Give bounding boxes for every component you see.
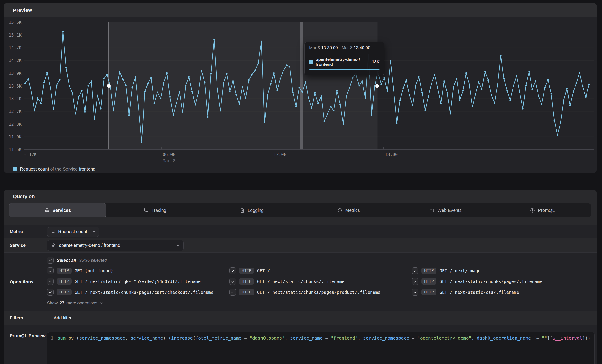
query-panel: Query on Services Tracing Logging Metric…: [4, 190, 597, 364]
y-axis-label: 14.7K: [6, 45, 22, 50]
operation-checkbox[interactable]: [412, 267, 419, 274]
promql-code[interactable]: sum by (service_namespace, service_name)…: [57, 335, 590, 341]
selected-count: 36/36 selected: [79, 258, 107, 263]
preview-title: Preview: [13, 7, 32, 13]
operation-checkbox[interactable]: [229, 278, 236, 285]
tab-services[interactable]: Services: [9, 203, 106, 218]
operation-name: GET /_next/static/chunks/pages/cart/chec…: [75, 290, 213, 295]
series-underline: [309, 69, 380, 70]
operation-item: HTTP GET {not found}: [47, 265, 229, 276]
promql-code-line[interactable]: 1 sum by (service_namespace, service_nam…: [47, 332, 594, 341]
y-axis-label: 11.9K: [6, 134, 22, 139]
y-axis-label: 15.1K: [6, 32, 22, 38]
tab-logging[interactable]: Logging: [203, 203, 300, 218]
y-axis-floor-label: ↑ 12K: [24, 152, 37, 157]
http-badge: HTTP: [421, 289, 436, 295]
x-axis-label: 12:00: [274, 152, 286, 158]
y-axis-label: 15.5K: [6, 20, 22, 25]
metric-row: Metric Request count: [4, 225, 597, 238]
chevron-down-icon: [92, 231, 96, 233]
y-axis-label: 12.7K: [6, 109, 22, 114]
tracing-icon: [143, 208, 149, 213]
operation-name: GET /_next/static/_qN-_YuSeiHwZjY4dQYdf/…: [75, 279, 201, 284]
operation-name: GET /_next/image: [439, 268, 481, 273]
service-value: opentelemetry-demo / frontend: [59, 243, 120, 248]
series-label: opentelemetry-demo / frontend: [316, 57, 369, 67]
filters-label: Filters: [4, 311, 47, 324]
operation-item: HTTP GET /_next/static/chunks/:filename: [229, 276, 412, 287]
preview-chart[interactable]: 15.5K15.1K14.7K14.3K13.9K13.5K13.1K12.7K…: [4, 17, 597, 165]
select-all-row: Select all 36/36 selected: [47, 255, 597, 265]
logging-icon: [240, 208, 245, 213]
operation-name: GET /_next/static/chunks/pages/:filename: [439, 279, 542, 284]
tab-metrics[interactable]: Metrics: [300, 203, 397, 218]
operation-name: GET {not found}: [75, 268, 113, 273]
chart-tooltip: Mar 8 13:30:00 - Mar 8 13:40:00 opentele…: [304, 42, 384, 75]
http-badge: HTTP: [57, 289, 72, 295]
tab-promql[interactable]: PromQL: [494, 203, 591, 218]
y-axis-label: 13.5K: [6, 83, 22, 89]
promql-row: PromQL Preview 1 sum by (service_namespa…: [4, 324, 597, 364]
operation-name: GET /: [257, 268, 270, 273]
operation-item: HTTP GET /_next/static/chunks/pages/:fil…: [412, 276, 597, 287]
hexagons-icon: [51, 243, 56, 248]
add-filter-button[interactable]: Add filter: [47, 315, 71, 321]
promql-editor[interactable]: 1 sum by (service_namespace, service_nam…: [47, 332, 595, 364]
y-axis-label: 13.1K: [6, 96, 22, 101]
web-events-icon: [429, 208, 434, 213]
filters-row: Filters Add filter: [4, 311, 597, 324]
y-axis-label: 11.5K: [6, 147, 22, 152]
services-icon: [44, 208, 50, 213]
series-value: 13K: [372, 60, 380, 64]
operation-checkbox[interactable]: [412, 278, 419, 285]
swap-icon: [51, 229, 56, 234]
operation-checkbox[interactable]: [229, 289, 236, 296]
metrics-icon: [337, 208, 342, 213]
http-badge: HTTP: [239, 289, 254, 295]
query-title: Query on: [4, 190, 597, 203]
operation-name: GET /_next/static/css/:filename: [439, 290, 519, 295]
series-swatch: [309, 60, 313, 64]
operation-checkbox[interactable]: [412, 289, 419, 296]
tab-web-events[interactable]: Web Events: [397, 203, 494, 218]
y-axis-label: 14.3K: [6, 58, 22, 63]
select-all-label[interactable]: Select all: [57, 258, 76, 263]
tooltip-series-row: opentelemetry-demo / frontend 13K: [305, 53, 384, 67]
operation-checkbox[interactable]: [47, 267, 54, 274]
http-badge: HTTP: [57, 268, 72, 274]
operation-checkbox[interactable]: [229, 267, 236, 274]
http-badge: HTTP: [421, 278, 436, 285]
operation-item: HTTP GET /_next/image: [412, 265, 597, 276]
tab-tracing[interactable]: Tracing: [106, 203, 203, 218]
operation-item: HTTP GET /_next/static/css/:filename: [412, 287, 597, 298]
operation-item: HTTP GET /: [229, 265, 412, 276]
operation-item: HTTP GET /_next/static/chunks/pages/cart…: [47, 287, 229, 298]
service-select[interactable]: opentelemetry-demo / frontend: [47, 240, 183, 251]
chart-legend: Request count of the Service frontend: [4, 165, 597, 173]
http-badge: HTTP: [239, 278, 254, 285]
http-badge: HTTP: [421, 268, 436, 274]
tooltip-time-range: Mar 8 13:30:00 - Mar 8 13:40:00: [305, 42, 384, 53]
operation-checkbox[interactable]: [47, 278, 54, 285]
metric-value: Request count: [58, 229, 87, 234]
operation-name: GET /_next/static/chunks/pages/product/:…: [257, 290, 380, 295]
show-more-operations-button[interactable]: Show 27 more operations: [47, 298, 597, 308]
promql-icon: [530, 208, 535, 213]
operation-item: HTTP GET /_next/static/chunks/pages/prod…: [229, 287, 412, 298]
preview-panel: Preview 15.5K15.1K14.7K14.3K13.9K13.5K13…: [4, 3, 597, 173]
legend-label: Request count of the Service frontend: [20, 166, 96, 172]
plus-icon: [47, 316, 52, 320]
service-label: Service: [4, 238, 47, 252]
metric-select-button[interactable]: Request count: [47, 227, 99, 237]
service-row: Service opentelemetry-demo / frontend: [4, 238, 597, 252]
operation-checkbox[interactable]: [47, 289, 54, 296]
chart-canvas[interactable]: [4, 17, 597, 165]
x-axis-sublabel: Mar 8: [163, 158, 175, 163]
preview-header: Preview: [4, 3, 597, 17]
chevron-down-icon: [176, 245, 179, 246]
select-all-checkbox[interactable]: [47, 257, 54, 264]
operations-grid: HTTP GET {not found} HTTP GET / HTTP: [47, 265, 597, 298]
promql-label: PromQL Preview: [4, 325, 47, 364]
operations-label: Operations: [4, 253, 47, 311]
http-badge: HTTP: [239, 268, 254, 274]
